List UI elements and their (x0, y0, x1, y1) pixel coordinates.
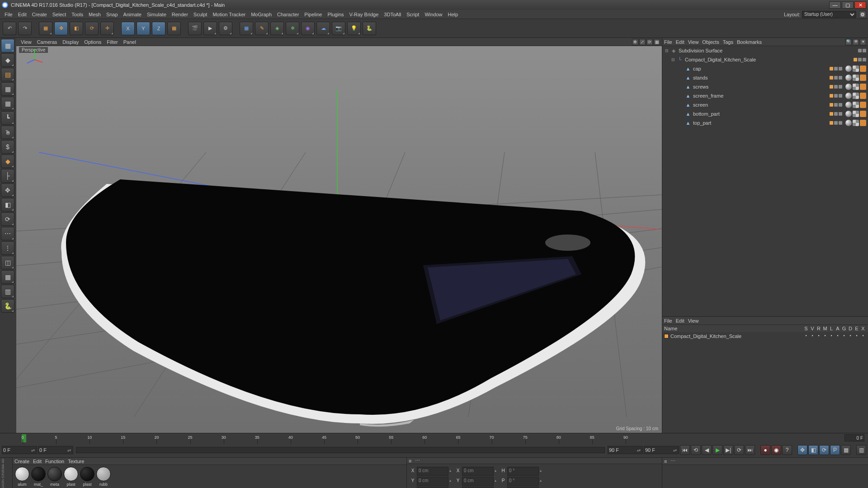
phong-tag-icon[interactable] (845, 75, 852, 81)
add-light-button[interactable]: 💡 (347, 22, 361, 35)
coord-field[interactable]: 0 cm (417, 477, 448, 486)
material-swatch-mat_[interactable]: mat_ (31, 467, 46, 487)
vis-dot[interactable] (834, 121, 838, 125)
object-manager-tree[interactable]: ⊟◈Subdivision Surface⊟└Compact_Digital_K… (662, 46, 868, 316)
menu-sculpt[interactable]: Sculpt (191, 11, 210, 18)
tex-tag-icon[interactable] (853, 84, 859, 90)
prev-frame-button[interactable]: ◀ (702, 445, 712, 455)
menu-character[interactable]: Character (274, 11, 302, 18)
expand-icon[interactable]: ⊟ (670, 57, 676, 62)
menu-select[interactable]: Select (50, 11, 69, 18)
obj-eye-icon[interactable]: 👁 (853, 39, 859, 45)
phong-tag-icon[interactable] (845, 111, 852, 117)
menu-simulate[interactable]: Simulate (144, 11, 169, 18)
vis-dot[interactable] (839, 121, 842, 125)
palette-button-11[interactable]: ◧ (1, 198, 14, 211)
palette-button-7[interactable]: $ (1, 140, 14, 154)
menu-edit[interactable]: Edit (15, 11, 29, 18)
menu-window[interactable]: Window (422, 11, 445, 18)
obj-menu-tags[interactable]: Tags (723, 39, 733, 45)
rot-key-toggle[interactable]: ⟳ (819, 445, 829, 455)
sel-tag-icon[interactable] (860, 75, 866, 81)
coord-menu[interactable]: ≡ (409, 458, 411, 464)
vp-zoom-icon[interactable]: ⤢ (639, 39, 646, 45)
record-button[interactable]: ● (760, 445, 770, 455)
tex-tag-icon[interactable] (853, 93, 859, 99)
vis-dot[interactable] (830, 94, 833, 98)
spinner-icon[interactable]: ▴ (495, 477, 499, 486)
palette-button-14[interactable]: ⋮ (1, 241, 14, 255)
material-swatch-alum[interactable]: alum (14, 467, 30, 487)
vis-dot[interactable] (839, 76, 842, 80)
palette-button-16[interactable]: ▦ (1, 270, 14, 284)
vp-menu-cameras[interactable]: Cameras (34, 39, 60, 45)
menu-mesh[interactable]: Mesh (86, 11, 104, 18)
timeline-ruler[interactable]: 051015202530354045505560657075808590 (23, 433, 842, 444)
menu-animate[interactable]: Animate (121, 11, 144, 18)
menu-plugins[interactable]: Plugins (325, 11, 346, 18)
vp-menu-panel[interactable]: Panel (121, 39, 139, 45)
tree-row-screws[interactable]: ▲screws (662, 82, 868, 91)
sel-tag-icon[interactable] (860, 120, 866, 126)
mat-menu-edit[interactable]: Edit (33, 459, 42, 464)
rotate-tool-button[interactable]: ⟳ (85, 22, 99, 35)
sel-tag-icon[interactable] (860, 102, 866, 108)
vis-dot[interactable] (863, 49, 866, 52)
vis-dot[interactable] (834, 103, 838, 107)
vis-dot[interactable] (830, 85, 833, 89)
close-button[interactable]: ✕ (854, 1, 866, 9)
palette-button-15[interactable]: ◫ (1, 256, 14, 269)
phong-tag-icon[interactable] (845, 84, 852, 90)
spinner-icon[interactable]: ▴ (495, 467, 499, 476)
vis-dot[interactable] (863, 58, 866, 61)
add-generator-button[interactable]: ◈ (270, 22, 284, 35)
spinner-icon[interactable]: ▴ (449, 477, 454, 486)
material-swatch-rubb[interactable]: rubb (96, 467, 111, 487)
last-tool-button[interactable]: ✛ (100, 22, 114, 35)
menu-pipeline[interactable]: Pipeline (302, 11, 325, 18)
timeline-layout-button[interactable]: ▥ (856, 445, 866, 455)
sel-tag-icon[interactable] (860, 111, 866, 117)
material-grid[interactable]: alummat_metaplastplastrubb (13, 465, 406, 488)
sel-tag-icon[interactable] (860, 84, 866, 90)
vis-dot[interactable] (839, 112, 842, 116)
palette-button-0[interactable]: ▦ (1, 39, 14, 52)
pla-key-toggle[interactable]: ▦ (841, 445, 851, 455)
palette-button-9[interactable]: ├ (1, 169, 14, 183)
spinner-icon[interactable]: ▴ (540, 467, 544, 476)
coord-field[interactable]: 0 cm (462, 477, 494, 486)
menu-v-ray-bridge[interactable]: V-Ray Bridge (347, 11, 382, 18)
menu-tools[interactable]: Tools (69, 11, 86, 18)
material-swatch-plast[interactable]: plast (63, 467, 79, 487)
sel-tag-icon[interactable] (860, 66, 866, 72)
vis-dot[interactable] (839, 94, 842, 98)
tree-row-screen[interactable]: ▲screen (662, 100, 868, 109)
layer-flag[interactable]: • (822, 333, 828, 339)
obj-menu-bookmarks[interactable]: Bookmarks (737, 39, 762, 45)
undo-button[interactable]: ↶ (3, 22, 16, 35)
scale-tool-button[interactable]: ◧ (70, 22, 83, 35)
palette-button-2[interactable]: ▤ (1, 68, 14, 81)
vis-dot[interactable] (834, 112, 838, 116)
tree-row-cap[interactable]: ▲cap (662, 64, 868, 73)
vis-dot[interactable] (834, 94, 838, 98)
move-tool-button[interactable]: ✥ (54, 22, 68, 35)
mat-menu-texture[interactable]: Texture (68, 459, 84, 464)
vis-dot[interactable] (854, 58, 857, 61)
obj-menu-objects[interactable]: Objects (702, 39, 719, 45)
coord-menu[interactable]: ⋯ (415, 458, 420, 464)
vp-menu-filter[interactable]: Filter (104, 39, 120, 45)
mat-menu-create[interactable]: Create (14, 459, 29, 464)
vp-menu-view[interactable]: View (18, 39, 34, 45)
palette-button-4[interactable]: ▦ (1, 97, 14, 110)
coord-field[interactable]: 0 cm (417, 467, 448, 476)
palette-button-5[interactable]: ┗ (1, 111, 14, 125)
coord-field[interactable]: 0 ° (507, 467, 539, 476)
palette-button-18[interactable]: 🐍 (1, 299, 14, 313)
redo-button[interactable]: ↷ (18, 22, 32, 35)
spinner-icon[interactable]: ▴ (449, 467, 454, 476)
palette-button-10[interactable]: ✥ (1, 183, 14, 197)
play-button[interactable]: ▶ (712, 445, 722, 455)
obj-search-icon[interactable]: 🔍 (845, 39, 852, 45)
layer-flag[interactable]: • (860, 333, 866, 339)
